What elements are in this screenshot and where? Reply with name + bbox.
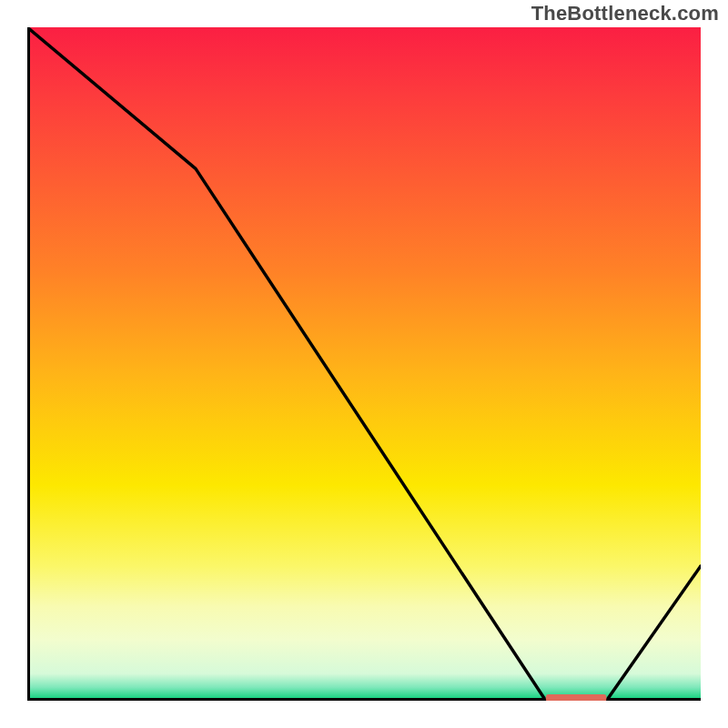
watermark-text: TheBottleneck.com — [531, 2, 719, 25]
chart-canvas: TheBottleneck.com — [0, 0, 728, 728]
plot-area — [27, 27, 701, 701]
gradient-background — [27, 27, 701, 701]
